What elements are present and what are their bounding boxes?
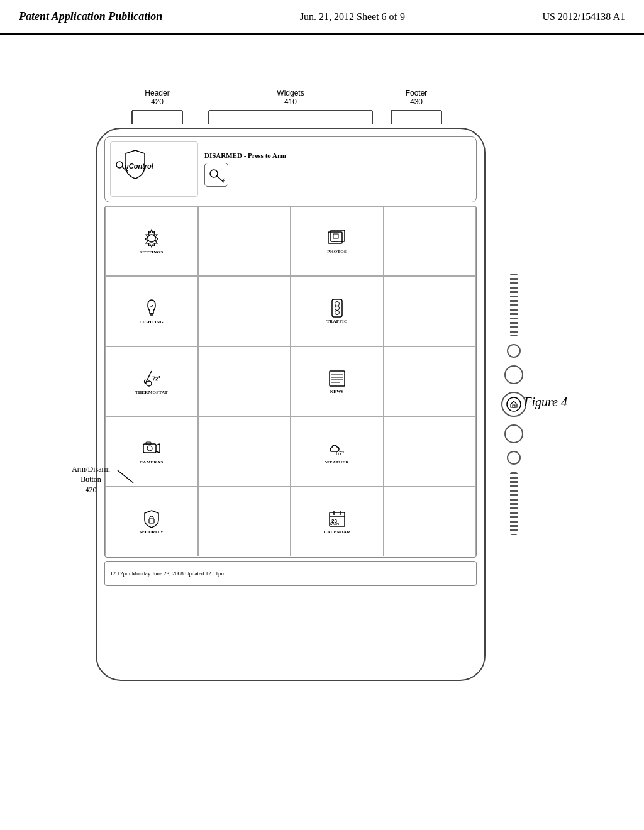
svg-rect-34 xyxy=(332,299,342,317)
svg-line-23 xyxy=(223,180,225,182)
svg-line-50 xyxy=(156,451,160,453)
arm-button-icon[interactable] xyxy=(204,163,228,187)
widget-cameras-2 xyxy=(198,416,291,487)
security-icon xyxy=(142,509,161,529)
widget-calendar[interactable]: 23 MON CALENDAR xyxy=(291,487,384,557)
news-icon xyxy=(327,368,347,389)
svg-point-39 xyxy=(147,381,152,386)
svg-point-36 xyxy=(335,306,339,311)
svg-text:uControl: uControl xyxy=(125,162,154,170)
weather-icon: 67° xyxy=(326,439,348,459)
widget-photos[interactable]: PHOTOS xyxy=(291,206,384,277)
side-btn-4[interactable] xyxy=(507,451,521,465)
svg-text:410: 410 xyxy=(284,97,297,106)
svg-line-49 xyxy=(156,444,160,445)
header-bracket-label: Header xyxy=(145,89,169,97)
widget-weather[interactable]: 67° WEATHER xyxy=(291,416,384,487)
lighting-label: LIGHTING xyxy=(139,319,164,324)
weather-label: WEATHER xyxy=(325,460,349,465)
svg-text:MON: MON xyxy=(330,522,339,526)
device-outline: uControl DISARMED - Press to Arm xyxy=(96,128,486,681)
diagram-container: Header 420 Widgets 410 Footer 430 xyxy=(64,87,580,778)
widget-lighting[interactable]: LIGHTING xyxy=(105,276,198,346)
widget-thermostat[interactable]: 72° THERMOSTAT xyxy=(105,346,198,417)
figure-label: Figure 4 xyxy=(524,395,567,409)
top-grip xyxy=(510,274,518,336)
svg-point-16 xyxy=(116,162,123,168)
side-btn-3[interactable] xyxy=(504,424,523,443)
svg-text:67°: 67° xyxy=(336,450,345,456)
key-icon xyxy=(208,166,225,184)
svg-point-60 xyxy=(507,397,521,411)
calendar-icon: 23 MON xyxy=(327,509,347,529)
thermostat-icon: 72° xyxy=(140,368,163,389)
device-header-section: uControl DISARMED - Press to Arm xyxy=(104,136,477,202)
svg-rect-41 xyxy=(330,371,345,386)
svg-text:Footer: Footer xyxy=(406,89,428,97)
widget-weather-2 xyxy=(384,416,477,487)
news-label: NEWS xyxy=(330,389,344,394)
widget-thermostat-2 xyxy=(198,346,291,417)
svg-line-22 xyxy=(222,179,225,180)
home-icon xyxy=(506,396,522,412)
side-btn-special[interactable] xyxy=(501,392,526,417)
svg-text:72°: 72° xyxy=(152,375,161,382)
widget-news[interactable]: NEWS xyxy=(291,346,384,417)
widget-lighting-2 xyxy=(198,276,291,346)
side-btn-2[interactable] xyxy=(504,365,523,384)
widget-calendar-2 xyxy=(384,487,477,557)
svg-line-33 xyxy=(152,305,153,307)
svg-rect-27 xyxy=(333,234,338,238)
svg-point-20 xyxy=(210,170,218,177)
widget-settings-2 xyxy=(198,206,291,277)
lighting-icon xyxy=(142,297,162,319)
widget-traffic[interactable]: TRAFFIC xyxy=(291,276,384,346)
svg-rect-53 xyxy=(149,519,154,523)
page-header: Patent Application Publication Jun. 21, … xyxy=(0,0,644,35)
logo-container: uControl xyxy=(110,141,198,197)
bottom-grip xyxy=(510,472,518,535)
photos-label: PHOTOS xyxy=(327,249,347,254)
settings-icon xyxy=(141,228,162,249)
svg-point-47 xyxy=(147,446,152,451)
footer-time: 12:12pm Monday June 23, 2008 Updated 12:… xyxy=(110,570,225,577)
svg-point-37 xyxy=(335,311,339,315)
disarmed-text: DISARMED - Press to Arm xyxy=(204,152,286,159)
main-content: Header 420 Widgets 410 Footer 430 xyxy=(0,35,644,830)
calendar-label: CALENDAR xyxy=(324,529,350,534)
svg-text:Widgets: Widgets xyxy=(277,89,304,97)
ucontrol-logo: uControl xyxy=(113,147,195,191)
patent-title: Patent Application Publication xyxy=(19,10,162,23)
svg-point-24 xyxy=(148,235,155,242)
svg-point-35 xyxy=(335,302,339,306)
traffic-label: TRAFFIC xyxy=(326,319,347,324)
security-label: SECURITY xyxy=(139,529,164,534)
widgets-grid: SETTINGS PHOTOS xyxy=(104,206,477,558)
svg-text:430: 430 xyxy=(410,97,423,106)
disarmed-status-area: DISARMED - Press to Arm xyxy=(202,149,471,189)
arm-arrow xyxy=(64,451,146,502)
traffic-icon xyxy=(327,298,347,318)
photos-icon xyxy=(327,228,347,248)
svg-text:420: 420 xyxy=(151,97,164,106)
device-footer-section: 12:12pm Monday June 23, 2008 Updated 12:… xyxy=(104,561,477,586)
widget-news-2 xyxy=(384,346,477,417)
widget-security-2 xyxy=(198,487,291,557)
svg-line-32 xyxy=(151,305,152,307)
widget-settings[interactable]: SETTINGS xyxy=(105,206,198,277)
device-screen: uControl DISARMED - Press to Arm xyxy=(104,136,477,672)
thermostat-label: THERMOSTAT xyxy=(135,390,168,395)
widget-photos-2 xyxy=(384,206,477,277)
patent-number: US 2012/154138 A1 xyxy=(542,11,625,23)
side-btn-1[interactable] xyxy=(507,344,521,358)
settings-label: SETTINGS xyxy=(140,250,163,255)
patent-date-sheet: Jun. 21, 2012 Sheet 6 of 9 xyxy=(300,11,405,23)
widget-traffic-2 xyxy=(384,276,477,346)
svg-line-62 xyxy=(118,470,133,483)
